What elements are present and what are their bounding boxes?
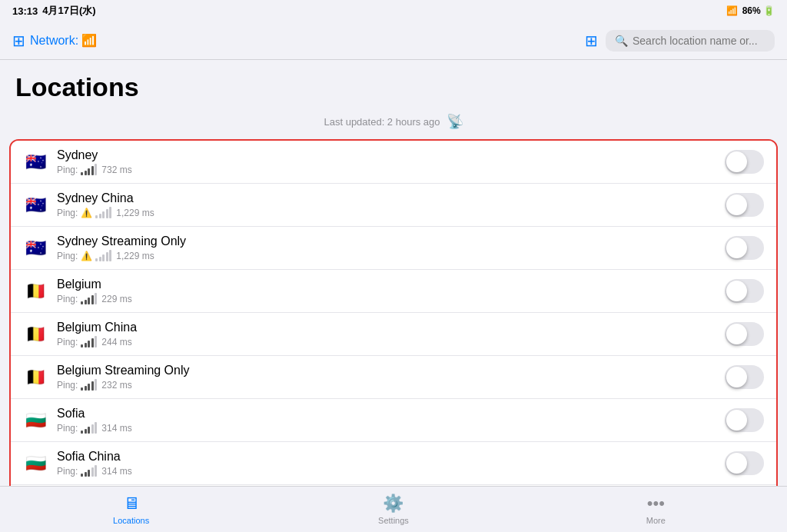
bar xyxy=(85,343,87,347)
ping-info: Ping: ⚠️ 1,229 ms xyxy=(57,207,716,218)
bar xyxy=(95,379,97,391)
ping-bars xyxy=(81,422,97,434)
list-item: 🇧🇪 Belgium Streaming Only Ping: 232 ms xyxy=(11,356,776,399)
bar xyxy=(95,164,97,175)
location-info: Belgium Ping: 229 ms xyxy=(57,278,716,304)
network-label: Network: 📶 xyxy=(30,33,97,48)
toggle-switch[interactable] xyxy=(725,322,764,346)
bar xyxy=(81,474,83,477)
bar xyxy=(102,211,105,218)
ping-bars xyxy=(81,465,97,477)
list-item: 🇦🇺 Sydney Ping: 732 ms xyxy=(11,141,776,184)
bar xyxy=(95,465,97,477)
bar xyxy=(85,472,87,477)
status-bar: 13:13 4月17日(水) 📶 86% 🔋 xyxy=(0,0,787,22)
ping-info: Ping: 244 ms xyxy=(57,336,716,347)
list-item: 🇧🇪 Belgium China Ping: 244 ms xyxy=(11,313,776,356)
location-name: Belgium Streaming Only xyxy=(57,364,716,377)
location-info: Sofia Ping: 314 ms xyxy=(57,407,716,434)
list-item: 🇦🇺 Sydney Streaming Only Ping: ⚠️ 1,229 … xyxy=(11,227,776,270)
ping-info: Ping: 314 ms xyxy=(57,422,716,434)
location-info: Sydney China Ping: ⚠️ 1,229 ms xyxy=(57,191,716,218)
ping-info: Ping: 314 ms xyxy=(57,465,716,477)
ping-ms: 314 ms xyxy=(101,423,131,434)
search-icon: 🔍 xyxy=(615,35,628,47)
filter-button[interactable]: ⊞ xyxy=(585,32,598,50)
bar xyxy=(95,336,97,347)
battery-icon: 🔋 xyxy=(763,5,775,16)
search-box[interactable]: 🔍 xyxy=(606,30,775,52)
ping-bars xyxy=(81,336,97,347)
location-name: Sydney China xyxy=(57,191,716,205)
toggle-switch[interactable] xyxy=(725,193,764,217)
bar xyxy=(81,431,83,434)
bar xyxy=(109,207,111,218)
toggle-switch[interactable] xyxy=(725,451,764,475)
ping-info: Ping: ⚠️ 1,229 ms xyxy=(57,250,716,261)
search-input[interactable] xyxy=(633,35,765,47)
flag-icon: 🇧🇪 xyxy=(23,326,48,343)
bar xyxy=(91,338,94,347)
more-tab-icon: ••• xyxy=(647,494,665,514)
status-date: 4月17日(水) xyxy=(42,4,95,18)
bar xyxy=(91,467,94,477)
ping-bars xyxy=(95,250,111,261)
ping-info: Ping: 232 ms xyxy=(57,379,716,391)
list-item: 🇦🇺 Sydney China Ping: ⚠️ 1,229 ms xyxy=(11,184,776,227)
flag-icon: 🇦🇺 xyxy=(23,240,48,257)
wifi-status-icon: 📶 xyxy=(726,5,738,16)
flag-icon: 🇦🇺 xyxy=(23,197,48,214)
flag-icon: 🇧🇪 xyxy=(23,369,48,386)
location-name: Sydney xyxy=(57,148,716,162)
ping-label: Ping: xyxy=(57,208,78,218)
ping-ms: 314 ms xyxy=(101,466,131,477)
tab-settings[interactable]: ⚙️ Settings xyxy=(262,494,524,525)
toggle-switch[interactable] xyxy=(725,365,764,389)
ping-ms: 1,229 ms xyxy=(116,208,154,218)
tab-more[interactable]: ••• More xyxy=(525,494,787,525)
ping-ms: 244 ms xyxy=(101,337,131,347)
bar xyxy=(81,344,83,347)
flag-icon: 🇧🇬 xyxy=(23,412,48,429)
flag-icon: 🇧🇪 xyxy=(23,283,48,300)
bar xyxy=(81,172,83,175)
ping-ms: 229 ms xyxy=(101,294,131,304)
ping-bars xyxy=(81,293,97,304)
locations-tab-label: Locations xyxy=(113,516,149,525)
ping-bars xyxy=(81,164,97,175)
warning-icon: ⚠️ xyxy=(81,251,92,261)
toggle-switch[interactable] xyxy=(725,150,764,174)
bar xyxy=(102,254,105,261)
status-left: 13:13 4月17日(水) xyxy=(12,4,96,18)
location-info: Sydney Ping: 732 ms xyxy=(57,148,716,175)
bar xyxy=(85,429,87,434)
last-updated-bar: Last updated: 2 hours ago 📡 xyxy=(0,108,787,136)
location-name: Belgium China xyxy=(57,321,716,334)
toggle-switch[interactable] xyxy=(725,408,764,432)
location-name: Belgium xyxy=(57,278,716,291)
ping-bars xyxy=(95,207,111,218)
nav-left: ⊞ Network: 📶 xyxy=(12,32,97,50)
bar xyxy=(91,166,94,175)
toggle-switch[interactable] xyxy=(725,236,764,260)
ping-label: Ping: xyxy=(57,380,78,391)
list-item: 🇧🇪 Belgium Ping: 229 ms xyxy=(11,270,776,313)
bar xyxy=(85,171,87,175)
tab-locations[interactable]: 🖥 Locations xyxy=(0,494,262,525)
bar xyxy=(81,301,83,304)
bar xyxy=(95,258,98,261)
location-list: 🇦🇺 Sydney Ping: 732 ms 🇦🇺 Sydney China P… xyxy=(9,139,778,486)
ping-info: Ping: 732 ms xyxy=(57,164,716,175)
settings-tab-label: Settings xyxy=(378,516,409,525)
bar xyxy=(88,427,90,434)
bar xyxy=(88,341,90,347)
bar xyxy=(95,293,97,304)
bar xyxy=(106,209,108,218)
nav-right: ⊞ 🔍 xyxy=(585,30,775,52)
bar xyxy=(85,386,87,391)
settings-tab-icon: ⚙️ xyxy=(383,494,403,514)
bar xyxy=(95,215,98,218)
location-info: Belgium Streaming Only Ping: 232 ms xyxy=(57,364,716,391)
toggle-switch[interactable] xyxy=(725,279,764,303)
bar xyxy=(95,422,97,434)
